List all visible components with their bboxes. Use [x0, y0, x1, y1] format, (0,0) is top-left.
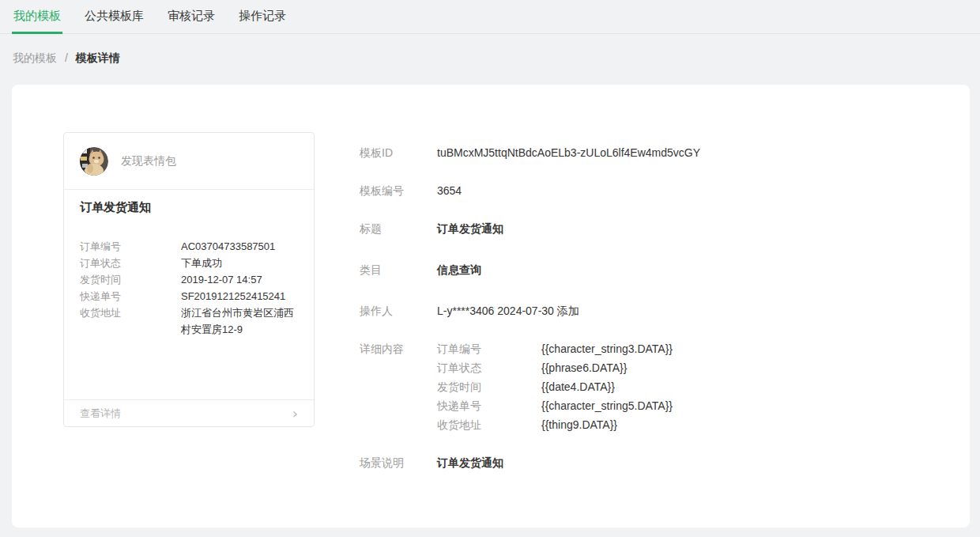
tab-public-template-library[interactable]: 公共模板库 — [83, 9, 145, 34]
preview-message-title: 订单发货通知 — [80, 200, 298, 215]
breadcrumb-template-detail: 模板详情 — [76, 51, 120, 64]
view-detail-button[interactable]: 查看详情 › — [64, 399, 314, 426]
detail-row-template-id: 模板ID tuBMcxMJ5ttqNtBdcAoELb3-zULoL6lf4Ew… — [360, 143, 938, 162]
detail-label: 场景说明 — [360, 453, 437, 472]
field-value: AC03704733587501 — [181, 238, 298, 255]
view-detail-label: 查看详情 — [80, 407, 121, 421]
detail-row-template-number: 模板编号 3654 — [360, 181, 938, 200]
content-field-label: 发货时间 — [437, 377, 541, 396]
content-field-label: 快递单号 — [437, 396, 541, 415]
content-field-row: 发货时间 {{date4.DATA}} — [437, 377, 673, 396]
template-detail-fields: 模板ID tuBMcxMJ5ttqNtBdcAoELb3-zULoL6lf4Ew… — [360, 132, 938, 528]
field-value: 下单成功 — [181, 255, 298, 271]
detail-value: 订单发货通知 — [437, 453, 503, 472]
template-content-fields: 订单编号 {{character_string3.DATA}} 订单状态 {{p… — [437, 339, 673, 434]
field-value: 浙江省台州市黄岩区浦西村安置房12-9 — [181, 304, 298, 338]
detail-value: tuBMcxMJ5ttqNtBdcAoELb3-zULoL6lf4Ew4md5v… — [437, 143, 700, 162]
detail-label: 类目 — [360, 260, 437, 279]
content-field-value: {{character_string5.DATA}} — [541, 396, 673, 415]
content-field-row: 收货地址 {{thing9.DATA}} — [437, 415, 673, 434]
content-field-value: {{character_string3.DATA}} — [541, 339, 673, 358]
breadcrumb-my-templates[interactable]: 我的模板 — [13, 51, 57, 64]
content-field-label: 订单编号 — [437, 339, 541, 358]
detail-row-category: 类目 信息查询 — [360, 260, 938, 279]
content-field-value: {{thing9.DATA}} — [541, 415, 617, 434]
detail-row-scene: 场景说明 订单发货通知 — [360, 453, 938, 472]
detail-label: 模板ID — [360, 143, 437, 162]
content-field-label: 订单状态 — [437, 358, 541, 377]
account-name: 发现表情包 — [121, 154, 176, 168]
preview-field-row: 订单编号 AC03704733587501 — [80, 238, 298, 255]
tab-audit-records[interactable]: 审核记录 — [166, 9, 217, 34]
detail-value: 信息查询 — [437, 260, 481, 279]
content-field-value: {{date4.DATA}} — [541, 377, 615, 396]
field-label: 收货地址 — [80, 304, 181, 338]
chevron-right-icon: › — [292, 407, 298, 421]
content-field-row: 订单编号 {{character_string3.DATA}} — [437, 339, 673, 358]
template-preview-card: 发现表情包 订单发货通知 订单编号 AC03704733587501 订单状态 … — [63, 132, 315, 427]
detail-row-content: 详细内容 订单编号 {{character_string3.DATA}} 订单状… — [360, 339, 938, 434]
account-avatar — [80, 147, 108, 176]
preview-field-row: 订单状态 下单成功 — [80, 255, 298, 271]
top-tab-bar: 我的模板 公共模板库 审核记录 操作记录 — [0, 0, 980, 34]
content-field-row: 订单状态 {{phrase6.DATA}} — [437, 358, 673, 377]
preview-field-row: 发货时间 2019-12-07 14:57 — [80, 271, 298, 288]
detail-value: L-y****3406 2024-07-30 添加 — [437, 301, 579, 320]
preview-field-row: 收货地址 浙江省台州市黄岩区浦西村安置房12-9 — [80, 304, 298, 338]
breadcrumb-separator: / — [65, 51, 68, 64]
field-label: 订单编号 — [80, 238, 181, 255]
tab-operation-records[interactable]: 操作记录 — [237, 9, 288, 34]
field-value: SF2019121252415241 — [181, 288, 298, 304]
detail-row-title: 标题 订单发货通知 — [360, 219, 938, 238]
field-label: 发货时间 — [80, 271, 181, 288]
field-value: 2019-12-07 14:57 — [181, 271, 298, 288]
content-field-label: 收货地址 — [437, 415, 541, 434]
field-label: 订单状态 — [80, 255, 181, 271]
preview-field-list: 订单编号 AC03704733587501 订单状态 下单成功 发货时间 201… — [80, 238, 298, 338]
detail-row-operator: 操作人 L-y****3406 2024-07-30 添加 — [360, 301, 938, 320]
detail-value: 3654 — [437, 181, 462, 200]
field-label: 快递单号 — [80, 288, 181, 304]
breadcrumb: 我的模板 / 模板详情 — [13, 51, 980, 66]
detail-value: 订单发货通知 — [437, 219, 503, 238]
detail-label: 详细内容 — [360, 339, 437, 434]
content-field-value: {{phrase6.DATA}} — [541, 358, 627, 377]
detail-label: 操作人 — [360, 301, 437, 320]
content-field-row: 快递单号 {{character_string5.DATA}} — [437, 396, 673, 415]
tab-my-templates[interactable]: 我的模板 — [12, 9, 62, 34]
detail-label: 模板编号 — [360, 181, 437, 200]
preview-card-header: 发现表情包 — [64, 133, 314, 190]
preview-field-row: 快递单号 SF2019121252415241 — [80, 288, 298, 304]
template-detail-panel: 发现表情包 订单发货通知 订单编号 AC03704733587501 订单状态 … — [12, 85, 970, 528]
detail-label: 标题 — [360, 219, 437, 238]
preview-card-body: 订单发货通知 订单编号 AC03704733587501 订单状态 下单成功 发… — [64, 190, 314, 399]
